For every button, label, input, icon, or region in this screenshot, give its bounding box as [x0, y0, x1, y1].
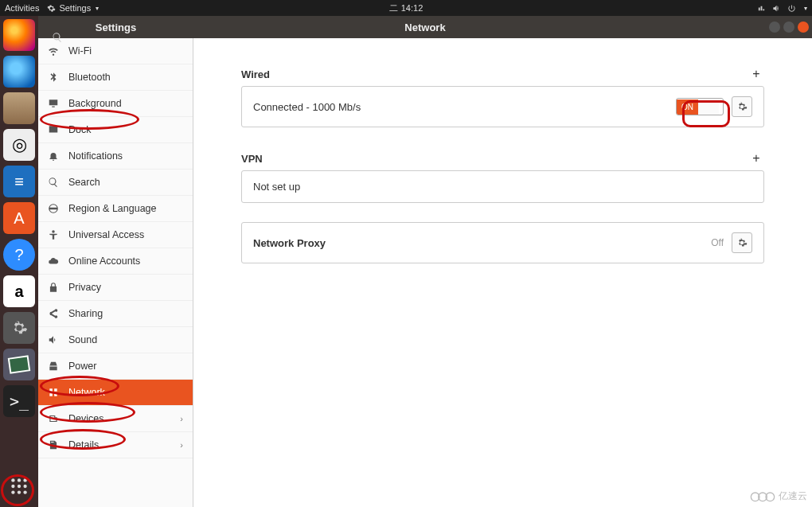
sidebar-item-devices[interactable]: Devices›: [38, 406, 193, 432]
network-indicator-icon[interactable]: [757, 4, 766, 13]
dock-app-help[interactable]: ?: [3, 239, 35, 271]
sidebar-item-label: Privacy: [68, 282, 101, 293]
sidebar-item-wifi[interactable]: Wi-Fi: [38, 38, 193, 64]
dock-app-writer[interactable]: ≡: [3, 166, 35, 197]
sidebar-item-label: Bluetooth: [68, 72, 111, 83]
dock-app-amazon[interactable]: a: [3, 275, 35, 307]
sidebar-item-label: Details: [68, 439, 99, 450]
svg-point-6: [11, 490, 14, 493]
sidebar-item-dock[interactable]: Dock: [38, 117, 193, 143]
activities-button[interactable]: Activities: [5, 3, 39, 13]
settings-sidebar: Wi-FiBluetoothBackgroundDockNotification…: [38, 38, 193, 507]
wifi-icon: [48, 45, 59, 57]
search-icon: [48, 177, 59, 188]
gear-icon: [47, 4, 56, 13]
window-maximize-button[interactable]: [783, 21, 794, 33]
dock-app-rhythmbox[interactable]: ◎: [3, 129, 35, 161]
dock-app-terminal[interactable]: >_: [3, 385, 35, 417]
sidebar-item-label: Background: [68, 98, 122, 109]
dock-app-files[interactable]: [3, 92, 35, 124]
top-panel: Activities Settings ▾ 二 14:12 ▾: [0, 0, 812, 16]
svg-point-4: [18, 485, 21, 488]
dock: ◎ ≡ A ? a >_: [0, 16, 38, 507]
proxy-status-text: Off: [711, 237, 724, 248]
power-indicator-icon[interactable]: [787, 4, 796, 13]
wired-status-text: Connected - 1000 Mb/s: [253, 101, 361, 113]
add-wired-button[interactable]: +: [748, 67, 764, 81]
sidebar-item-power[interactable]: Power: [38, 353, 193, 380]
vpn-status-text: Not set up: [253, 181, 300, 193]
sidebar-item-label: Sound: [68, 334, 97, 345]
svg-point-0: [11, 478, 14, 482]
sidebar-item-label: Sharing: [68, 308, 103, 319]
sidebar-item-label: Region & Language: [68, 203, 157, 214]
gear-icon: [736, 101, 748, 112]
proxy-heading: Network Proxy: [253, 237, 326, 249]
clock[interactable]: 二 14:12: [389, 2, 424, 14]
chevron-right-icon: ›: [180, 414, 183, 423]
watermark: 亿速云: [750, 488, 807, 504]
sidebar-item-sound[interactable]: Sound: [38, 327, 193, 353]
sidebar-title: Settings: [38, 21, 193, 33]
globe-icon: [48, 203, 59, 214]
add-vpn-button[interactable]: +: [748, 151, 764, 166]
network-proxy-row[interactable]: Network Proxy Off: [241, 222, 764, 263]
chevron-down-icon: ▾: [804, 5, 807, 12]
sidebar-item-network[interactable]: Network: [38, 380, 193, 406]
bell-icon: [48, 150, 59, 162]
lock-icon: [48, 282, 59, 293]
dock-app-software[interactable]: A: [3, 202, 35, 234]
sidebar-item-label: Notifications: [68, 150, 123, 162]
dock-app-firefox[interactable]: [3, 19, 35, 51]
sidebar-item-label: Dock: [68, 124, 91, 135]
sidebar-item-bluetooth[interactable]: Bluetooth: [38, 64, 193, 91]
sidebar-item-notifications[interactable]: Notifications: [38, 143, 193, 170]
page-title: Network: [404, 21, 445, 33]
sidebar-item-details[interactable]: Details›: [38, 432, 193, 458]
sidebar-item-search[interactable]: Search: [38, 170, 193, 196]
header-bar: Settings Network: [38, 16, 812, 38]
sidebar-item-label: Network: [68, 387, 105, 398]
bluetooth-icon: [48, 72, 59, 83]
share-icon: [48, 308, 59, 319]
sidebar-item-access[interactable]: Universal Access: [38, 222, 193, 248]
dock-app-settings[interactable]: [3, 312, 35, 344]
sidebar-item-background[interactable]: Background: [38, 91, 193, 117]
network-icon: [48, 387, 59, 398]
dock-icon: [48, 124, 59, 135]
show-apps-button[interactable]: [3, 470, 35, 502]
cloud-icon: [48, 255, 59, 267]
svg-point-1: [18, 478, 21, 482]
svg-point-5: [23, 485, 26, 488]
dock-app-thunderbird[interactable]: [3, 56, 35, 88]
svg-point-8: [23, 490, 26, 493]
window-minimize-button[interactable]: [769, 21, 780, 33]
sidebar-item-label: Universal Access: [68, 229, 144, 240]
wired-section-header: Wired +: [241, 62, 764, 86]
sidebar-item-region[interactable]: Region & Language: [38, 196, 193, 222]
sidebar-item-sharing[interactable]: Sharing: [38, 301, 193, 327]
power-icon: [48, 361, 59, 372]
settings-content: Wired + Connected - 1000 Mb/s ON VPN + N: [193, 38, 812, 507]
gear-icon: [736, 237, 748, 248]
dock-app-shotwell[interactable]: [3, 349, 35, 380]
settings-window: Settings Network Wi-FiBluetoothBackgroun…: [38, 16, 812, 507]
sidebar-item-online[interactable]: Online Accounts: [38, 248, 193, 275]
window-close-button[interactable]: [798, 21, 809, 33]
chevron-down-icon: ▾: [96, 5, 99, 12]
svg-point-7: [18, 490, 21, 493]
details-icon: [48, 439, 59, 450]
sidebar-item-privacy[interactable]: Privacy: [38, 275, 193, 301]
devices-icon: [48, 413, 59, 424]
volume-indicator-icon[interactable]: [772, 4, 781, 13]
vpn-section-header: VPN +: [241, 146, 764, 170]
wired-settings-button[interactable]: [732, 96, 752, 117]
sidebar-item-label: Devices: [68, 413, 103, 424]
sidebar-item-label: Online Accounts: [68, 255, 140, 267]
chevron-right-icon: ›: [180, 440, 183, 450]
display-icon: [48, 98, 59, 109]
proxy-settings-button[interactable]: [732, 232, 752, 253]
wired-toggle[interactable]: ON: [676, 98, 724, 115]
app-menu[interactable]: Settings ▾: [47, 3, 99, 13]
sound-icon: [48, 334, 59, 345]
